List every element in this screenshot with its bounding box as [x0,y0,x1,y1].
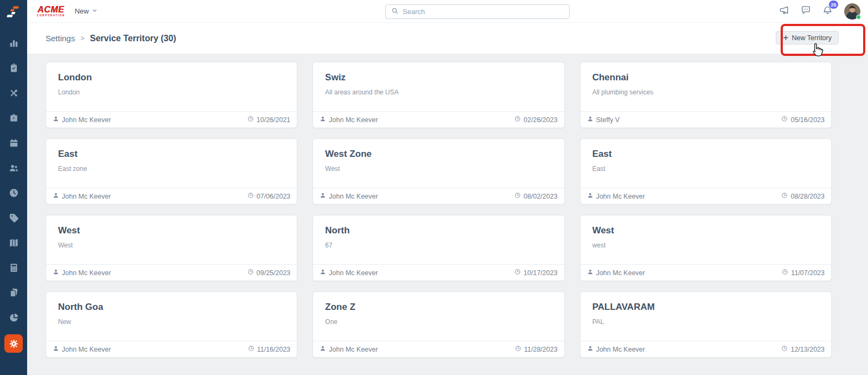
territory-owner: John Mc Keever [320,116,378,124]
territory-description: London [58,88,285,96]
company-subtitle: CORPORATION [37,15,65,17]
person-icon [53,192,59,200]
territory-date: 09/25/2023 [247,269,291,277]
territory-card-footer: John Mc Keever 10/26/2021 [46,111,297,128]
notification-badge: 25 [829,1,838,9]
person-icon [53,345,59,353]
territory-description: West [58,241,285,249]
breadcrumb-settings-link[interactable]: Settings [46,34,75,43]
territory-card[interactable]: WestWest John Mc Keever 09/25/2023 [46,215,297,281]
sidebar-item-timesheets[interactable] [0,181,27,206]
territory-title: East [58,149,285,160]
territory-card[interactable]: ChennaiAll plumbing services Steffy V 05… [580,62,832,128]
territory-description: East [592,165,819,173]
territory-date: 05/16/2023 [781,116,825,124]
sidebar-item-pricebook[interactable] [0,206,27,231]
territory-owner: John Mc Keever [587,269,645,277]
person-icon [587,345,593,353]
territory-date: 11/07/2023 [782,269,825,277]
sidebar-item-clients[interactable] [0,106,27,131]
territory-card[interactable]: North67 John Mc Keever 10/17/2023 [312,215,564,281]
plus-icon [783,35,789,41]
user-avatar[interactable] [844,3,860,20]
territory-card[interactable]: LondonLondon John Mc Keever 10/26/2021 [46,62,297,128]
breadcrumb-separator: > [80,34,85,42]
territory-description: One [325,318,552,326]
sidebar-item-dashboard[interactable] [0,31,27,56]
person-icon [53,116,59,124]
territory-title: West [58,225,285,236]
clock-small-icon [247,269,254,277]
clock-small-icon [248,345,254,353]
clock-small-icon [247,116,254,124]
sidebar-item-map[interactable] [0,231,27,256]
page-header: Settings > Service Territory (30) New Te… [27,23,868,54]
territory-title: London [58,72,285,83]
clipboard-check-icon [9,63,19,75]
territory-owner: John Mc Keever [53,345,111,353]
territory-owner: Steffy V [587,116,620,124]
territory-title: West Zone [325,149,552,160]
tag-icon [9,213,19,225]
chevron-down-icon [92,7,98,15]
sidebar-menu [0,31,27,356]
sidebar-item-invoices[interactable] [0,256,27,281]
bar-chart-icon [9,38,19,50]
territory-title: East [592,149,819,160]
person-icon [320,192,326,200]
sidebar-item-reports[interactable] [0,306,27,331]
clock-small-icon [514,116,521,124]
territory-description: 67 [325,241,552,249]
notifications-button[interactable]: 25 [822,5,833,17]
territory-card[interactable]: Zone ZOne John Mc Keever 11/28/2023 [312,291,564,358]
sidebar-item-team[interactable] [0,156,27,181]
territory-card-footer: John Mc Keever 11/28/2023 [313,341,564,357]
pie-chart-icon [9,313,19,325]
territory-date: 12/13/2023 [781,345,825,353]
megaphone-icon [779,5,789,17]
territory-card-footer: John Mc Keever 02/26/2023 [313,111,564,128]
clock-icon [9,188,19,200]
territory-owner: John Mc Keever [587,192,645,200]
territory-list: LondonLondon John Mc Keever 10/26/2021 S… [27,54,868,375]
company-logo[interactable]: ACME CORPORATION [37,5,65,17]
new-territory-button[interactable]: New Territory [776,31,839,45]
search-input[interactable] [403,8,564,16]
sidebar-item-jobs[interactable] [0,56,27,81]
briefcase-icon [9,113,19,125]
territory-card[interactable]: SwizAll areas around the USA John Mc Kee… [312,62,564,128]
territory-card[interactable]: EastEast John Mc Keever 08/28/2023 [580,138,832,205]
territory-card[interactable]: West ZoneWest John Mc Keever 08/02/2023 [312,138,564,205]
sidebar-item-settings[interactable] [0,331,27,356]
sidebar-item-schedule[interactable] [0,131,27,156]
messages-button[interactable] [801,5,811,17]
sidebar-item-quotes[interactable] [0,281,27,306]
app-window: ACME CORPORATION New [0,0,868,375]
territory-card[interactable]: PALLAVARAMPAL John Mc Keever 12/13/2023 [580,291,832,358]
territory-card[interactable]: EastEast zone John Mc Keever 07/06/2023 [46,138,297,205]
chat-bubble-icon [801,5,811,17]
territory-title: North [325,225,552,236]
territory-card[interactable]: North GoaNew John Mc Keever 11/16/2023 [46,291,297,358]
territory-owner: John Mc Keever [587,345,645,353]
new-territory-button-label: New Territory [792,34,832,42]
person-icon [320,116,326,124]
territory-owner: John Mc Keever [320,269,378,277]
topbar-actions: 25 [779,3,860,20]
territory-description: PAL [592,318,819,326]
territory-description: All areas around the USA [325,88,552,96]
announcements-button[interactable] [779,5,789,17]
territory-description: west [592,241,819,249]
territory-title: Chennai [592,72,819,83]
sidebar-item-work-orders[interactable] [0,81,27,106]
zuper-logo[interactable] [0,0,27,23]
territory-card[interactable]: Westwest John Mc Keever 11/07/2023 [580,215,832,281]
clock-small-icon [515,345,521,353]
new-menu-dropdown[interactable]: New [75,7,98,15]
territory-card-footer: John Mc Keever 09/25/2023 [46,264,297,281]
online-status-dot [856,15,861,20]
person-icon [53,269,59,277]
person-icon [587,192,593,200]
territory-card-footer: John Mc Keever 08/02/2023 [313,188,564,204]
territory-description: West [325,165,552,173]
